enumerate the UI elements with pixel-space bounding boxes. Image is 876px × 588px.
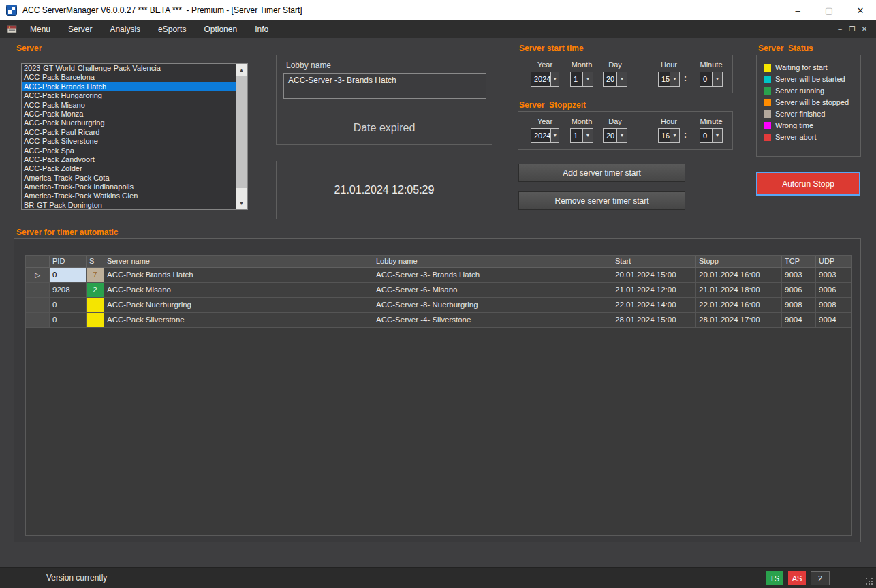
menu-item-analysis[interactable]: Analysis: [101, 20, 149, 38]
scrollbar-thumb[interactable]: [236, 76, 247, 188]
minimize-icon[interactable]: –: [782, 0, 813, 20]
cell-pid[interactable]: 0: [50, 298, 87, 313]
time-combo-minute[interactable]: 0▾: [700, 128, 723, 143]
remove-server-timer-button[interactable]: Remove server timer start: [518, 191, 685, 210]
time-combo-month[interactable]: 1▾: [570, 128, 593, 143]
grid-header-stopp[interactable]: Stopp: [696, 256, 782, 268]
row-selector[interactable]: [26, 313, 50, 328]
chevron-down-icon[interactable]: ▾: [712, 129, 722, 142]
lobby-name-input[interactable]: ACC-Server -3- Brands Hatch: [283, 73, 486, 99]
cell-start[interactable]: 20.01.2024 15:00: [612, 268, 696, 283]
chevron-down-icon[interactable]: ▾: [616, 72, 627, 86]
table-row[interactable]: 0ACC-Pack SilverstoneACC-Server -4- Silv…: [26, 313, 851, 328]
cell-udp[interactable]: 9006: [816, 283, 852, 298]
server-list-scrollbar[interactable]: ▲ ▼: [236, 64, 247, 209]
chevron-down-icon[interactable]: ▾: [670, 129, 679, 142]
list-item[interactable]: ACC-Pack Barcelona: [22, 73, 247, 82]
mdi-close-icon[interactable]: ✕: [858, 20, 871, 38]
cell-lobby-name[interactable]: ACC-Server -6- Misano: [373, 283, 612, 298]
row-selector[interactable]: [26, 298, 50, 313]
list-item[interactable]: ACC-Pack Nuerburgring: [22, 119, 247, 127]
scroll-up-icon[interactable]: ▲: [236, 64, 247, 76]
add-server-timer-button[interactable]: Add server timer start: [518, 164, 685, 182]
grid-header-start[interactable]: Start: [612, 256, 696, 268]
cell-pid[interactable]: 0: [50, 313, 87, 328]
table-row[interactable]: ▷07ACC-Pack Brands HatchACC-Server -3- B…: [26, 268, 851, 283]
cell-stopp[interactable]: 22.01.2024 16:00: [696, 298, 782, 313]
mdi-minimize-icon[interactable]: –: [834, 20, 846, 38]
cell-udp[interactable]: 9004: [816, 313, 852, 328]
list-item[interactable]: BR-GT-Pack Donington: [22, 201, 247, 210]
cell-lobby-name[interactable]: ACC-Server -4- Silverstone: [373, 313, 612, 328]
grid-header-tcp[interactable]: TCP: [782, 256, 816, 268]
time-combo-year[interactable]: 2024▾: [531, 72, 559, 87]
list-item[interactable]: ACC-Pack Zolder: [22, 164, 247, 173]
autorun-stop-button[interactable]: Autorun Stopp: [756, 172, 860, 196]
list-item[interactable]: America-Track-Pack Watkins Glen: [22, 191, 247, 200]
time-combo-day[interactable]: 20▾: [603, 128, 627, 143]
cell-tcp[interactable]: 9003: [782, 268, 816, 283]
maximize-icon[interactable]: ▢: [813, 0, 845, 20]
time-combo-hour[interactable]: 15▾: [658, 72, 680, 87]
menu-item-server[interactable]: Server: [59, 20, 101, 38]
list-item[interactable]: ACC-Pack Paul Ricard: [22, 128, 247, 137]
chevron-down-icon[interactable]: ▾: [670, 72, 679, 86]
chevron-down-icon[interactable]: ▾: [550, 72, 559, 86]
current-row-icon[interactable]: ▷: [26, 268, 50, 283]
menu-item-esports[interactable]: eSports: [149, 20, 195, 38]
grid-header-lobby-name[interactable]: Lobby name: [373, 256, 612, 268]
chevron-down-icon[interactable]: ▾: [550, 129, 559, 142]
time-combo-month[interactable]: 1▾: [570, 72, 593, 87]
list-item[interactable]: America-Track-Pack Cota: [22, 174, 247, 183]
cell-server-name[interactable]: ACC-Pack Misano: [104, 283, 373, 298]
cell-tcp[interactable]: 9004: [782, 313, 816, 328]
time-combo-minute[interactable]: 0▾: [700, 72, 723, 87]
resize-grip[interactable]: [865, 577, 873, 585]
table-row[interactable]: 92082ACC-Pack MisanoACC-Server -6- Misan…: [26, 283, 851, 298]
grid-header-udp[interactable]: UDP: [816, 256, 852, 268]
grid-header-server-name[interactable]: Server name: [104, 256, 373, 268]
cell-server-name[interactable]: ACC-Pack Brands Hatch: [104, 268, 373, 283]
list-item[interactable]: ACC-Pack Zandvoort: [22, 155, 247, 164]
cell-status[interactable]: [87, 313, 104, 328]
list-item[interactable]: ACC-Pack Brands Hatch: [22, 82, 247, 91]
cell-server-name[interactable]: ACC-Pack Nuerburgring: [104, 298, 373, 313]
menu-item-optionen[interactable]: Optionen: [195, 20, 246, 38]
grid-header-s[interactable]: S: [87, 256, 104, 268]
cell-status[interactable]: 2: [87, 283, 104, 298]
cell-udp[interactable]: 9008: [816, 298, 852, 313]
cell-lobby-name[interactable]: ACC-Server -8- Nuerburgring: [373, 298, 612, 313]
list-item[interactable]: America-Track-Pack Indianapolis: [22, 183, 247, 191]
scroll-down-icon[interactable]: ▼: [236, 198, 247, 209]
chevron-down-icon[interactable]: ▾: [712, 72, 722, 86]
chevron-down-icon[interactable]: ▾: [616, 129, 627, 142]
cell-status[interactable]: 7: [87, 268, 104, 283]
time-combo-day[interactable]: 20▾: [603, 72, 627, 87]
cell-tcp[interactable]: 9006: [782, 283, 816, 298]
menu-item-menu[interactable]: Menu: [21, 20, 59, 38]
chevron-down-icon[interactable]: ▾: [582, 72, 593, 86]
time-combo-year[interactable]: 2024▾: [531, 128, 559, 143]
list-item[interactable]: ACC-Pack Spa: [22, 146, 247, 155]
time-combo-hour[interactable]: 16▾: [658, 128, 680, 143]
chevron-down-icon[interactable]: ▾: [582, 129, 593, 142]
close-icon[interactable]: ✕: [845, 0, 876, 20]
cell-start[interactable]: 21.01.2024 12:00: [612, 283, 696, 298]
row-selector[interactable]: [26, 283, 50, 298]
cell-start[interactable]: 28.01.2024 15:00: [612, 313, 696, 328]
cell-stopp[interactable]: 20.01.2024 16:00: [696, 268, 782, 283]
list-item[interactable]: ACC-Pack Silverstone: [22, 137, 247, 146]
cell-stopp[interactable]: 21.01.2024 18:00: [696, 283, 782, 298]
cell-pid[interactable]: 9208: [50, 283, 87, 298]
cell-lobby-name[interactable]: ACC-Server -3- Brands Hatch: [373, 268, 612, 283]
list-item[interactable]: 2023-GT-World-Challenge-Pack Valencia: [22, 64, 247, 73]
cell-start[interactable]: 22.01.2024 14:00: [612, 298, 696, 313]
menu-item-info[interactable]: Info: [246, 20, 277, 38]
cell-status[interactable]: [87, 298, 104, 313]
cell-tcp[interactable]: 9008: [782, 298, 816, 313]
list-item[interactable]: ACC-Pack Monza: [22, 110, 247, 119]
cell-pid[interactable]: 0: [50, 268, 87, 283]
list-item[interactable]: ACC-Pack Misano: [22, 101, 247, 110]
grid-header-pid[interactable]: PID: [50, 256, 87, 268]
cell-server-name[interactable]: ACC-Pack Silverstone: [104, 313, 373, 328]
